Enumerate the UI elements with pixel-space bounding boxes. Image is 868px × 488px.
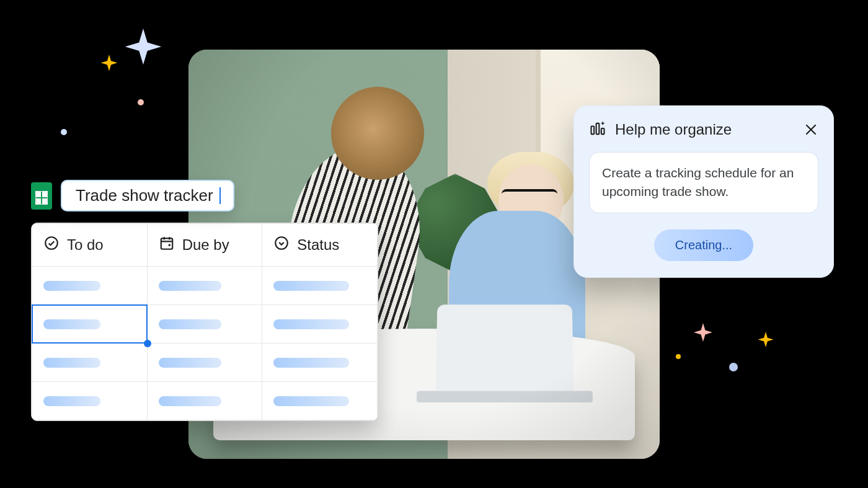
dot-icon xyxy=(729,363,738,371)
dot-icon xyxy=(676,354,681,359)
svg-rect-9 xyxy=(596,123,600,135)
sparkle-icon xyxy=(692,323,714,345)
calendar-icon xyxy=(159,235,175,255)
dot-icon xyxy=(138,99,144,105)
cell[interactable] xyxy=(32,305,148,344)
placeholder-pill xyxy=(159,358,221,368)
cell[interactable] xyxy=(262,382,378,420)
document-title-input[interactable]: Trade show tracker xyxy=(61,180,234,211)
spreadsheet-grid[interactable]: To doDue byStatus xyxy=(31,223,378,421)
creating-button-label: Creating... xyxy=(675,238,732,252)
svg-rect-10 xyxy=(601,128,604,134)
column-header-label: Due by xyxy=(182,236,229,254)
column-header-label: To do xyxy=(67,236,104,254)
cell[interactable] xyxy=(262,344,378,382)
placeholder-pill xyxy=(159,396,221,406)
organize-sparkle-icon xyxy=(589,120,606,140)
placeholder-pill xyxy=(43,281,100,291)
sheets-mock: Trade show tracker To doDue byStatus xyxy=(31,180,378,421)
cell[interactable] xyxy=(32,344,148,382)
table-row xyxy=(32,344,378,382)
cell[interactable] xyxy=(147,305,262,344)
column-header[interactable]: Status xyxy=(262,224,378,267)
placeholder-pill xyxy=(43,358,100,368)
cell[interactable] xyxy=(32,267,148,305)
prompt-text: Create a tracking schedule for an upcomi… xyxy=(602,166,794,198)
dot-icon xyxy=(61,129,67,135)
status-icon xyxy=(273,235,290,255)
svg-point-1 xyxy=(61,129,67,135)
sparkle-icon xyxy=(756,332,775,350)
text-cursor xyxy=(219,187,221,204)
svg-rect-5 xyxy=(161,238,172,249)
placeholder-pill xyxy=(43,396,100,406)
svg-point-7 xyxy=(276,237,288,249)
creating-button[interactable]: Creating... xyxy=(654,229,753,261)
column-header[interactable]: To do xyxy=(32,224,148,267)
panel-title: Help me organize xyxy=(615,121,795,138)
cell[interactable] xyxy=(262,305,378,344)
cell[interactable] xyxy=(147,344,262,382)
table-row xyxy=(32,305,378,344)
cell[interactable] xyxy=(32,382,148,420)
placeholder-pill xyxy=(273,319,349,329)
placeholder-pill xyxy=(159,319,221,329)
column-header[interactable]: Due by xyxy=(147,224,262,267)
cell[interactable] xyxy=(262,267,378,305)
placeholder-pill xyxy=(273,358,349,368)
close-icon[interactable] xyxy=(804,122,818,137)
placeholder-pill xyxy=(273,281,349,291)
placeholder-pill xyxy=(43,319,100,329)
table-row xyxy=(32,382,378,420)
svg-point-2 xyxy=(729,363,738,371)
help-me-organize-panel: Help me organize Create a tracking sched… xyxy=(574,105,834,278)
sparkle-icon xyxy=(122,29,165,72)
svg-point-0 xyxy=(138,99,144,105)
placeholder-pill xyxy=(159,281,221,291)
svg-point-6 xyxy=(168,244,170,246)
svg-point-3 xyxy=(676,354,681,359)
document-title-text: Trade show tracker xyxy=(76,186,213,205)
svg-rect-8 xyxy=(591,126,595,135)
check-circle-icon xyxy=(43,235,60,255)
svg-point-4 xyxy=(45,237,58,249)
sparkle-icon xyxy=(99,55,119,74)
cell[interactable] xyxy=(147,382,262,420)
column-header-label: Status xyxy=(297,236,339,254)
placeholder-pill xyxy=(273,396,349,406)
cell[interactable] xyxy=(147,267,262,305)
table-row xyxy=(32,267,378,305)
prompt-input[interactable]: Create a tracking schedule for an upcomi… xyxy=(589,152,818,213)
google-sheets-icon xyxy=(31,182,52,210)
